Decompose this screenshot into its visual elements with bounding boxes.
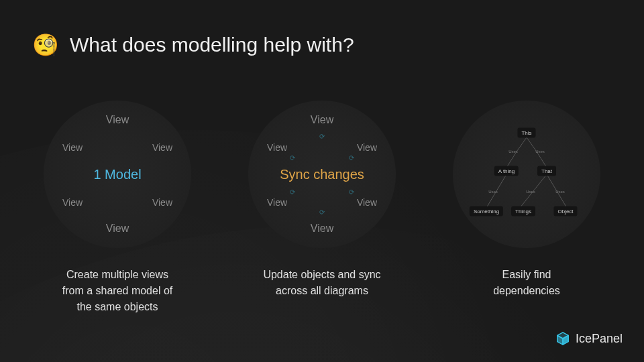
panel-dependencies-caption: Easily find dependencies — [493, 267, 560, 299]
dependency-tree-edges: Uses Uses Uses Uses Uses — [453, 101, 600, 248]
sync-center-label: Sync changes — [280, 167, 364, 182]
sync-icon: ⟳ — [349, 154, 354, 162]
sync-icon: ⟳ — [290, 154, 295, 162]
view-label: View — [311, 114, 333, 126]
view-label: View — [106, 114, 129, 126]
tree-node-root: This — [517, 128, 535, 138]
panel-sync-changes-caption: Update objects and sync across all diagr… — [263, 267, 380, 299]
panel-shared-model: View View View 1 Model View View View Cr… — [30, 101, 205, 315]
view-label: View — [267, 142, 287, 153]
model-center-label: 1 Model — [93, 167, 141, 182]
view-label: View — [357, 197, 377, 208]
tree-node: That — [537, 166, 556, 176]
view-label: View — [152, 197, 172, 208]
panel-dependencies-graphic: Uses Uses Uses Uses Uses This A thing Th… — [453, 101, 600, 248]
brand-name: IcePanel — [576, 332, 623, 346]
sync-icon: ⟳ — [319, 208, 325, 216]
tree-node: Something — [470, 206, 503, 217]
edge-label: Uses — [535, 149, 545, 154]
sync-icon: ⟳ — [319, 133, 325, 140]
panel-sync-changes: View View View Sync changes View View Vi… — [235, 101, 409, 299]
panel-sync-changes-graphic: View View View Sync changes View View Vi… — [248, 101, 396, 248]
view-label: View — [62, 142, 83, 153]
panel-shared-model-graphic: View View View 1 Model View View View — [44, 101, 191, 248]
edge-label: Uses — [555, 190, 565, 194]
edge-label: Uses — [508, 149, 518, 154]
edge-label: Uses — [488, 190, 498, 194]
tree-node: A thing — [494, 166, 519, 176]
monocle-emoji-icon: 🧐 — [32, 34, 59, 56]
view-label: View — [106, 223, 129, 235]
edge-label: Uses — [526, 190, 535, 194]
tree-node: Object — [553, 206, 577, 217]
view-label: View — [357, 142, 377, 153]
sync-icon: ⟳ — [290, 188, 295, 196]
view-label: View — [311, 223, 333, 235]
brand-logo: IcePanel — [555, 331, 623, 346]
icepanel-cube-icon — [555, 331, 570, 346]
panel-shared-model-caption: Create multiple views from a shared mode… — [62, 267, 173, 315]
view-label: View — [62, 197, 83, 208]
tree-node: Things — [511, 206, 535, 217]
slide-title: What does modelling help with? — [70, 34, 354, 56]
sync-icon: ⟳ — [349, 188, 354, 196]
panel-dependencies: Uses Uses Uses Uses Uses This A thing Th… — [439, 101, 614, 299]
view-label: View — [267, 197, 287, 208]
view-label: View — [152, 142, 172, 153]
